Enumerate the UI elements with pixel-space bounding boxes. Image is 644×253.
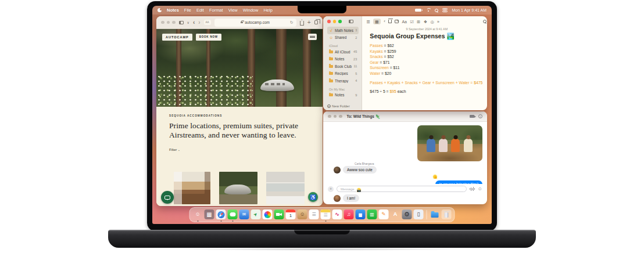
- message-bubble[interactable]: Awww soo cute: [343, 166, 377, 174]
- menu-file[interactable]: File: [184, 8, 191, 13]
- trash-icon[interactable]: [388, 20, 392, 24]
- address-bar[interactable]: autocamp.com ↻: [214, 19, 296, 27]
- list-view-icon[interactable]: ☰: [366, 20, 370, 24]
- sidebar-item-local-notes[interactable]: Notes 9: [327, 92, 359, 99]
- menu-help[interactable]: Help: [263, 8, 272, 13]
- compose-icon[interactable]: [395, 20, 399, 24]
- filter-dropdown[interactable]: Filter: [169, 148, 323, 151]
- emoji-picker-icon[interactable]: ☺: [478, 187, 482, 191]
- dock-icon-facetime[interactable]: [274, 209, 284, 219]
- new-tab-icon[interactable]: +: [307, 20, 311, 26]
- sidebar-icon[interactable]: [349, 20, 353, 23]
- media-icon[interactable]: ❖: [424, 20, 427, 24]
- menu-edit[interactable]: Edit: [196, 8, 204, 13]
- table-icon[interactable]: ⊞: [417, 20, 420, 24]
- audio-message-icon[interactable]: [470, 187, 475, 191]
- dock-icon-messages[interactable]: [228, 209, 238, 219]
- dock-icon-downloads[interactable]: [430, 209, 440, 219]
- spotlight-search-icon[interactable]: [435, 9, 438, 12]
- apple-menu-icon[interactable]: [158, 8, 162, 12]
- messages-traffic-lights[interactable]: [328, 115, 342, 118]
- new-folder-button[interactable]: + New Folder: [327, 104, 350, 108]
- tab-overview-icon[interactable]: [314, 20, 319, 24]
- dock-icon-freeform[interactable]: [332, 209, 342, 219]
- dock-icon-trash[interactable]: [442, 209, 452, 219]
- tapback-emoji[interactable]: 📸: [356, 187, 362, 193]
- menu-notes[interactable]: Notes: [167, 8, 179, 13]
- sidebar-item-book-club[interactable]: Book Club 11: [327, 63, 359, 70]
- apps-plus-icon[interactable]: +: [328, 186, 334, 192]
- dock-icon-settings[interactable]: [402, 209, 412, 219]
- menu-window[interactable]: Window: [243, 8, 259, 13]
- more-icon[interactable]: »: [437, 20, 439, 24]
- checklist-icon[interactable]: ☑: [410, 20, 413, 24]
- format-icon[interactable]: Aa: [402, 20, 407, 24]
- tapback-emoji[interactable]: 👍: [432, 174, 438, 179]
- close-icon[interactable]: [161, 21, 164, 24]
- reload-icon[interactable]: ↻: [290, 20, 294, 25]
- close-icon[interactable]: [327, 20, 331, 23]
- close-icon[interactable]: [328, 115, 331, 118]
- dock-icon-pages[interactable]: [379, 209, 389, 219]
- dock-icon-finder[interactable]: [193, 209, 203, 219]
- site-logo[interactable]: AUTOCAMP: [162, 34, 192, 41]
- zoom-icon[interactable]: [172, 21, 176, 24]
- book-now-button[interactable]: BOOK NOW: [196, 34, 221, 41]
- minimize-icon[interactable]: [334, 115, 337, 118]
- notes-traffic-lights[interactable]: [327, 20, 359, 23]
- chevron-down-icon[interactable]: ∨: [187, 21, 189, 24]
- dock-icon-numbers[interactable]: [367, 209, 377, 219]
- gallery-view-icon[interactable]: ▦: [373, 19, 381, 24]
- sidebar-item-all-icloud[interactable]: All iCloud 45: [327, 48, 359, 56]
- info-icon[interactable]: i: [478, 114, 482, 118]
- sidebar-item-notes[interactable]: Notes 23: [327, 56, 359, 63]
- note-editor[interactable]: 9 September 2024 at 9:41 AM Sequoia Grou…: [362, 27, 487, 93]
- search-icon[interactable]: [483, 20, 486, 23]
- dock-icon-reminders[interactable]: [309, 209, 319, 219]
- dock-icon-launchpad[interactable]: [205, 209, 214, 219]
- page-settings-icon[interactable]: AA: [204, 20, 211, 25]
- sidebar-item-math-notes[interactable]: √ Math Notes 3: [327, 27, 359, 34]
- menu-bar-clock[interactable]: Mon 1 Apr 9:41 AM: [452, 8, 486, 12]
- dock-icon-maps[interactable]: [251, 209, 261, 219]
- control-center-icon[interactable]: [442, 8, 448, 12]
- minimize-icon[interactable]: [333, 20, 337, 23]
- dock-icon-keynote[interactable]: [356, 209, 366, 219]
- menu-format[interactable]: Format: [209, 8, 223, 13]
- hamburger-menu-icon[interactable]: [308, 34, 317, 40]
- photo-airstream-bedroom[interactable]: [266, 172, 305, 204]
- sidebar-icon[interactable]: [179, 21, 184, 24]
- accessibility-widget-button[interactable]: ♿: [308, 192, 318, 202]
- dock-icon-photos[interactable]: [263, 209, 273, 219]
- avatar[interactable]: [334, 195, 341, 202]
- dock-icon-iphone-mirroring[interactable]: [414, 209, 424, 219]
- zoom-icon[interactable]: [338, 20, 342, 23]
- dock-icon-calendar[interactable]: [286, 209, 296, 219]
- forward-icon[interactable]: ›: [198, 20, 200, 26]
- sidebar-item-therapy[interactable]: Therapy 4: [327, 77, 359, 85]
- photo-airstream-interior[interactable]: [174, 172, 210, 204]
- battery-icon[interactable]: [415, 9, 421, 12]
- message-bubble[interactable]: I am!: [343, 194, 359, 202]
- wifi-icon[interactable]: [425, 8, 431, 12]
- back-icon[interactable]: ‹: [193, 20, 195, 26]
- sidebar-item-shared[interactable]: ☺ Shared 2: [327, 34, 359, 42]
- dock-icon-safari[interactable]: [216, 209, 226, 219]
- zoom-icon[interactable]: [339, 115, 342, 118]
- back-icon[interactable]: ‹: [384, 19, 385, 24]
- photo-airstream-exterior[interactable]: [219, 172, 257, 204]
- collaborate-icon[interactable]: ◎: [430, 20, 434, 24]
- share-icon[interactable]: [300, 21, 304, 26]
- safari-traffic-lights[interactable]: [161, 21, 176, 24]
- minimize-icon[interactable]: [167, 21, 170, 24]
- dock-icon-notes[interactable]: [321, 209, 331, 219]
- sidebar-item-recipes[interactable]: Recipes 5: [327, 70, 359, 78]
- menu-view[interactable]: View: [228, 8, 238, 13]
- avatar[interactable]: [334, 167, 341, 174]
- dock-icon-mail[interactable]: [239, 209, 249, 219]
- chat-widget-button[interactable]: [161, 191, 174, 204]
- dock-icon-music[interactable]: [344, 209, 354, 219]
- photo-message[interactable]: [417, 125, 482, 161]
- facetime-video-icon[interactable]: [470, 115, 474, 118]
- dock-icon-appstore[interactable]: [391, 209, 400, 219]
